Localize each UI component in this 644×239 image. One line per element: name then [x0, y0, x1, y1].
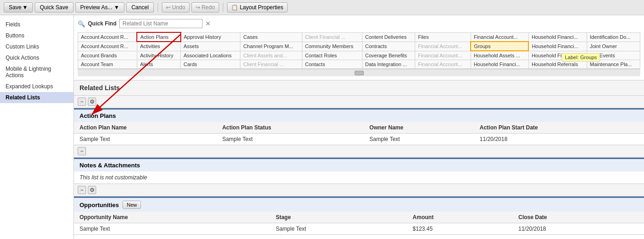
grid-cell[interactable]: Activities	[137, 42, 180, 51]
clear-button[interactable]: ✕	[205, 20, 211, 27]
grid-cell[interactable]: Coverage Benefits	[362, 51, 415, 60]
grid-cell[interactable]: Client Financial ...	[240, 60, 302, 69]
grid-cell[interactable]: Identification Do...	[587, 32, 640, 42]
grid-cell[interactable]: Financial Account...	[415, 60, 471, 69]
search-icon: 🔍	[78, 20, 85, 27]
col-amount: Amount	[407, 212, 513, 223]
grid-cell[interactable]: Household Financi...	[471, 60, 528, 69]
sidebar-item-buttons[interactable]: Buttons	[0, 30, 74, 41]
opportunities-controls: − ⚙	[74, 184, 644, 196]
toolbar-separator-2	[223, 3, 223, 12]
scroll-thumb[interactable]	[355, 71, 364, 75]
layout-icon: 📋	[231, 4, 238, 11]
sidebar-item-custom-links[interactable]: Custom Links	[0, 41, 74, 52]
quick-find-input[interactable]	[119, 19, 202, 28]
sidebar-item-fields[interactable]: Fields	[0, 19, 74, 30]
settings-opps-button[interactable]: ⚙	[88, 186, 96, 194]
grid-cell[interactable]: Cards	[181, 60, 240, 69]
opportunities-title-bar: Opportunities New	[74, 196, 644, 212]
settings-button[interactable]: ⚙	[88, 98, 96, 106]
quick-find-row: 🔍 Quick Find ✕	[78, 19, 640, 28]
quick-save-button[interactable]: Quick Save	[35, 2, 73, 12]
notes-title: Notes & Attachments	[80, 162, 140, 169]
grid-cell[interactable]: Financial Account...	[415, 42, 471, 51]
notes-title-bar: Notes & Attachments	[74, 158, 644, 172]
table-cell: Sample Text	[74, 134, 217, 145]
grid-cell[interactable]: Contracts	[362, 42, 415, 51]
notes-not-customizable: This list is not customizable	[74, 172, 644, 184]
grid-container: Account Account R...Action PlansApproval…	[78, 32, 640, 69]
col-action-plan-start-date: Action Plan Start Date	[474, 122, 644, 134]
grid-cell[interactable]: Financial Account...	[471, 32, 528, 42]
preview-button[interactable]: Preview As... ▼	[75, 2, 125, 12]
undo-button[interactable]: ↩ Undo	[162, 2, 190, 12]
save-button[interactable]: Save ▼	[4, 2, 33, 12]
opportunities-table: Opportunity Name Stage Amount Close Date…	[74, 212, 644, 234]
sidebar-item-expanded-lookups[interactable]: Expanded Lookups	[0, 81, 74, 92]
grid-cell[interactable]: Household Financi...	[528, 32, 587, 42]
grid-cell[interactable]: Action Plans	[137, 32, 180, 42]
grid-cell[interactable]: Account Account R...	[78, 42, 137, 51]
table-cell: 11/20/2018	[513, 223, 644, 235]
grid-cell[interactable]: Account Account R...	[78, 32, 137, 42]
grid-cell[interactable]: Joint Owner	[587, 42, 640, 51]
table-row: Sample TextSample TextSample Text11/20/2…	[74, 134, 644, 145]
related-lists-heading: Related Lists	[74, 80, 644, 96]
table-cell: Sample Text	[217, 134, 364, 145]
grid-cell[interactable]: Account Brands	[78, 51, 137, 60]
grid-cell[interactable]: Contacts	[302, 60, 362, 69]
cancel-button[interactable]: Cancel	[126, 2, 153, 12]
grid-cell[interactable]: Client Financial ...	[302, 32, 362, 42]
table-cell: 11/20/2018	[474, 134, 644, 145]
col-owner-name: Owner Name	[364, 122, 474, 134]
table-cell: $123.45	[407, 223, 513, 235]
related-lists-area: Related Lists − ⚙ Action Plans Action Pl…	[74, 80, 644, 239]
grid-cell[interactable]: Assets	[181, 42, 240, 51]
redo-button[interactable]: ↪ Redo	[191, 2, 219, 12]
picker-area: 🔍 Quick Find ✕ Account Account R...Actio…	[74, 15, 644, 80]
grid-cell[interactable]: Client Assets and...	[240, 51, 302, 60]
grid-cell[interactable]: Cases	[240, 32, 302, 42]
table-row: Sample TextSample Text$123.4511/20/2018	[74, 223, 644, 235]
grid-cell[interactable]: Household Financi...	[528, 42, 587, 51]
col-action-plan-name: Action Plan Name	[74, 122, 217, 134]
sidebar-item-quick-actions[interactable]: Quick Actions	[0, 52, 74, 63]
opportunities-title: Opportunities	[80, 202, 119, 208]
grid-cell[interactable]: Approval History	[181, 32, 240, 42]
grid-cell[interactable]: Alerts	[137, 60, 180, 69]
related-list-grid: Account Account R...Action PlansApproval…	[78, 32, 640, 69]
action-plans-title-bar: Action Plans	[74, 108, 644, 122]
grid-cell[interactable]: Files	[415, 32, 471, 42]
grid-cell[interactable]: Account Team	[78, 60, 137, 69]
grid-cell[interactable]: Community Members	[302, 42, 362, 51]
sidebar-item-related-lists[interactable]: Related Lists	[0, 92, 74, 103]
grid-cell[interactable]: Channel Program M...	[240, 42, 302, 51]
grid-cell[interactable]: Associated Locations	[181, 51, 240, 60]
new-opportunity-button[interactable]: New	[123, 201, 141, 209]
action-plans-title: Action Plans	[80, 112, 116, 119]
grid-cell[interactable]: Data Integration ...	[362, 60, 415, 69]
collapse-notes-button[interactable]: −	[78, 147, 86, 155]
col-opp-name: Opportunity Name	[74, 212, 270, 223]
action-plans-block: Action Plans Action Plan Name Action Pla…	[74, 108, 644, 145]
notes-controls: −	[74, 145, 644, 158]
grid-cell[interactable]: Household Assets ...	[471, 51, 528, 60]
table-cell: Sample Text	[270, 223, 407, 235]
table-cell: Sample Text	[74, 223, 270, 235]
grid-cell[interactable]: Activity History	[137, 51, 180, 60]
notes-block: Notes & Attachments This list is not cus…	[74, 158, 644, 184]
col-action-plan-status: Action Plan Status	[217, 122, 364, 134]
col-close-date: Close Date	[513, 212, 644, 223]
collapse-opps-button[interactable]: −	[78, 186, 86, 194]
grid-cell[interactable]: Content Deliveries	[362, 32, 415, 42]
collapse-button[interactable]: −	[78, 98, 86, 106]
sidebar-item-mobile-lightning[interactable]: Mobile & Lightning Actions	[0, 63, 74, 81]
grid-cell[interactable]: Financial Account...	[415, 51, 471, 60]
quick-find-label: Quick Find	[88, 20, 117, 27]
opportunities-block: Opportunities New Opportunity Name Stage…	[74, 196, 644, 235]
table-cell: Sample Text	[364, 134, 474, 145]
horizontal-scrollbar[interactable]	[78, 69, 640, 76]
grid-cell[interactable]: Groups	[471, 42, 528, 51]
layout-properties-button[interactable]: 📋 Layout Properties	[227, 2, 288, 12]
grid-cell[interactable]: Contact Roles	[302, 51, 362, 60]
